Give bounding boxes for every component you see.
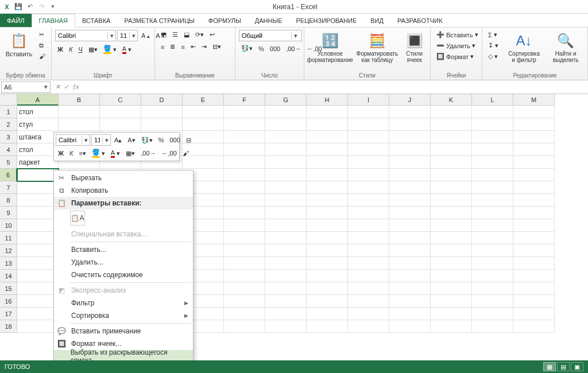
- mini-italic[interactable]: К: [67, 149, 75, 158]
- cell-E2[interactable]: [183, 118, 224, 131]
- cell-A18[interactable]: [17, 320, 59, 333]
- row-header-15[interactable]: 15: [0, 282, 17, 295]
- font-size-combo[interactable]: ▾: [117, 30, 138, 41]
- tab-insert[interactable]: ВСТАВКА: [75, 14, 117, 27]
- cell-F15[interactable]: [224, 282, 265, 295]
- cell-F11[interactable]: [224, 232, 265, 244]
- cell-F7[interactable]: [224, 181, 265, 194]
- cell-A7[interactable]: [17, 181, 59, 194]
- cell-I14[interactable]: [348, 270, 389, 282]
- cell-J15[interactable]: [389, 282, 431, 295]
- cell-M9[interactable]: [513, 207, 555, 219]
- align-top-button[interactable]: ⬒: [158, 30, 169, 40]
- col-header-L[interactable]: L: [472, 94, 513, 106]
- save-icon[interactable]: 💾: [14, 2, 23, 11]
- cell-J1[interactable]: [389, 106, 431, 118]
- italic-button[interactable]: К: [67, 45, 75, 54]
- cell-K12[interactable]: [431, 244, 472, 257]
- cell-I10[interactable]: [348, 219, 389, 232]
- cell-F10[interactable]: [224, 219, 265, 232]
- sort-filter-button[interactable]: A↓ Сортировка и фильтр: [503, 30, 545, 66]
- cell-L12[interactable]: [472, 244, 513, 257]
- qat-dropdown-icon[interactable]: ▼: [48, 2, 57, 11]
- number-format-combo[interactable]: ▾: [239, 30, 302, 41]
- col-header-G[interactable]: G: [265, 94, 307, 106]
- page-layout-view-button[interactable]: ▤: [557, 362, 570, 371]
- currency-button[interactable]: 💱▾: [239, 44, 255, 53]
- cell-styles-button[interactable]: 🔳 Стили ячеек: [402, 30, 427, 66]
- cell-H16[interactable]: [307, 295, 348, 308]
- cell-A3[interactable]: штанга: [17, 131, 59, 143]
- mini-currency[interactable]: 💱▾: [139, 135, 155, 145]
- cell-H9[interactable]: [307, 207, 348, 219]
- cell-I16[interactable]: [348, 295, 389, 308]
- cell-J18[interactable]: [389, 320, 431, 333]
- align-center-button[interactable]: ≣: [168, 42, 177, 52]
- cell-F3[interactable]: [224, 131, 265, 143]
- cell-J8[interactable]: [389, 194, 431, 207]
- cell-F17[interactable]: [224, 308, 265, 320]
- cell-G4[interactable]: [265, 143, 307, 156]
- cell-K1[interactable]: [431, 106, 472, 118]
- cell-M7[interactable]: [513, 181, 555, 194]
- cell-D2[interactable]: [141, 118, 183, 131]
- col-header-A[interactable]: A: [17, 94, 59, 106]
- cell-K18[interactable]: [431, 320, 472, 333]
- cell-H5[interactable]: [307, 156, 348, 169]
- cell-A4[interactable]: стол: [17, 143, 59, 156]
- cell-I9[interactable]: [348, 207, 389, 219]
- cell-A5[interactable]: паркет: [17, 156, 59, 169]
- cell-E5[interactable]: [183, 156, 224, 169]
- cell-I7[interactable]: [348, 181, 389, 194]
- cell-B1[interactable]: [59, 106, 100, 118]
- cell-L6[interactable]: [472, 169, 513, 181]
- underline-button[interactable]: Ч: [76, 45, 84, 54]
- cell-H7[interactable]: [307, 181, 348, 194]
- tab-formulas[interactable]: ФОРМУЛЫ: [202, 14, 248, 27]
- ctx-insert[interactable]: Вставить...: [54, 243, 193, 256]
- chevron-down-icon[interactable]: ▾: [291, 32, 299, 40]
- wrap-text-button[interactable]: ↩: [207, 30, 217, 40]
- cell-K16[interactable]: [431, 295, 472, 308]
- cell-G14[interactable]: [265, 270, 307, 282]
- cell-H18[interactable]: [307, 320, 348, 333]
- comma-button[interactable]: 000: [268, 44, 283, 53]
- cell-A12[interactable]: [17, 244, 59, 257]
- chevron-down-icon[interactable]: ▾: [129, 32, 137, 40]
- clear-button[interactable]: ◇▾: [486, 52, 501, 61]
- cell-H12[interactable]: [307, 244, 348, 257]
- cell-K17[interactable]: [431, 308, 472, 320]
- paste-button[interactable]: 📋 Вставить: [3, 30, 34, 60]
- mini-decrease-font[interactable]: A▾: [125, 135, 137, 145]
- mini-dec-decimal[interactable]: ←,00: [160, 149, 179, 158]
- increase-indent-button[interactable]: ⇥: [199, 42, 209, 52]
- redo-icon[interactable]: ↷: [37, 2, 46, 11]
- cell-F8[interactable]: [224, 194, 265, 207]
- cell-J17[interactable]: [389, 308, 431, 320]
- cell-A10[interactable]: [17, 219, 59, 232]
- row-header-1[interactable]: 1: [0, 106, 17, 118]
- cell-H14[interactable]: [307, 270, 348, 282]
- cell-I12[interactable]: [348, 244, 389, 257]
- cell-I2[interactable]: [348, 118, 389, 131]
- cell-G10[interactable]: [265, 219, 307, 232]
- delete-cells-button[interactable]: ➖Удалить▾: [434, 41, 478, 50]
- cell-J11[interactable]: [389, 232, 431, 244]
- cell-H1[interactable]: [307, 106, 348, 118]
- mini-inc-decimal[interactable]: ,00→: [138, 149, 158, 158]
- align-middle-button[interactable]: ☰: [170, 30, 180, 40]
- cell-K9[interactable]: [431, 207, 472, 219]
- increase-font-button[interactable]: A▴: [139, 31, 152, 40]
- cell-H6[interactable]: [307, 169, 348, 181]
- cell-L9[interactable]: [472, 207, 513, 219]
- cell-M17[interactable]: [513, 308, 555, 320]
- col-header-E[interactable]: E: [183, 94, 224, 106]
- name-box[interactable]: A6 ▾: [1, 81, 51, 93]
- cell-J6[interactable]: [389, 169, 431, 181]
- cell-I6[interactable]: [348, 169, 389, 181]
- row-header-14[interactable]: 14: [0, 270, 17, 282]
- ctx-copy[interactable]: ⧉Копировать: [54, 184, 193, 197]
- cell-M14[interactable]: [513, 270, 555, 282]
- cell-H11[interactable]: [307, 232, 348, 244]
- mini-border[interactable]: ▦▾: [123, 149, 137, 158]
